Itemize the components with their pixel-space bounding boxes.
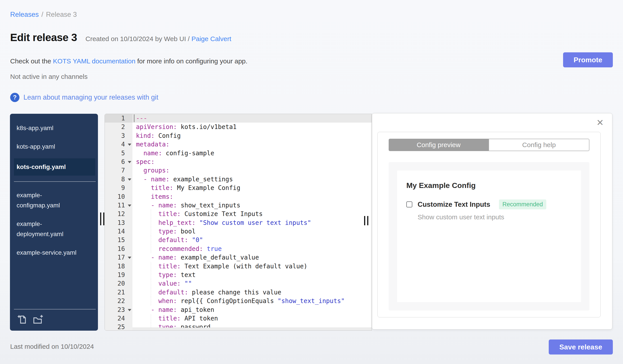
sidebar-item-k8s-app.yaml[interactable]: k8s-app.yaml	[14, 121, 80, 135]
tab-config-help[interactable]: Config help	[489, 139, 589, 151]
editor-line-2[interactable]: 2apiVersion: kots.io/v1beta1	[105, 122, 372, 131]
code-text[interactable]: title: Text Example (with default value)	[133, 262, 372, 271]
customize-text-inputs-checkbox[interactable]	[406, 202, 412, 207]
text-cursor	[134, 114, 135, 122]
line-number: 25	[105, 323, 133, 331]
promote-button[interactable]: Promote	[563, 52, 613, 67]
indent-guide	[151, 279, 151, 288]
code-text[interactable]: apiVersion: kots.io/v1beta1	[133, 122, 372, 131]
code-text[interactable]: type: bool	[133, 227, 372, 236]
config-preview-box: My Example Config Customize Text Inputs …	[389, 162, 589, 311]
code-text[interactable]: spec:	[133, 158, 372, 166]
line-number: 10	[105, 192, 133, 201]
yaml-editor[interactable]: 1---2apiVersion: kots.io/v1beta13kind: C…	[105, 114, 372, 331]
code-text[interactable]: recommended: true	[133, 244, 372, 253]
config-item-row: Customize Text Inputs Recommended	[406, 200, 572, 209]
add-folder-icon[interactable]	[33, 314, 44, 325]
code-text[interactable]: default: "0"	[133, 236, 372, 244]
code-text[interactable]: - name: example_default_value	[133, 253, 372, 262]
kots-yaml-docs-link[interactable]: KOTS YAML documentation	[53, 58, 135, 65]
editor-line-1[interactable]: 1---	[105, 114, 372, 122]
editor-line-13[interactable]: 13 help_text: "Show custom user text inp…	[105, 219, 372, 227]
author-link[interactable]: Paige Calvert	[191, 35, 231, 42]
editor-line-15[interactable]: 15 default: "0"	[105, 236, 372, 244]
horizontal-scrollbar[interactable]	[133, 327, 372, 330]
breadcrumb-releases-link[interactable]: Releases	[10, 11, 39, 18]
fold-arrow-icon[interactable]	[128, 309, 131, 311]
line-number: 20	[105, 279, 133, 288]
code-text[interactable]: ---	[133, 114, 372, 122]
editor-line-16[interactable]: 16 recommended: true	[105, 244, 372, 253]
add-file-icon[interactable]	[17, 314, 28, 325]
panel-resize-handle[interactable]	[364, 216, 368, 225]
editor-line-14[interactable]: 14 type: bool	[105, 227, 372, 236]
file-list: k8s-app.yamlkots-app.yamlkots-config.yam…	[10, 121, 98, 260]
line-number: 22	[105, 297, 133, 305]
editor-line-18[interactable]: 18 title: Text Example (with default val…	[105, 262, 372, 271]
line-number: 15	[105, 236, 133, 244]
fold-arrow-icon[interactable]	[128, 257, 131, 259]
editor-line-7[interactable]: 7 groups:	[105, 166, 372, 175]
file-sidebar: k8s-app.yamlkots-app.yamlkots-config.yam…	[10, 114, 98, 331]
editor-line-4[interactable]: 4metadata:	[105, 140, 372, 149]
line-number: 9	[105, 183, 133, 192]
sidebar-item-kots-config.yaml[interactable]: kots-config.yaml	[14, 158, 95, 176]
save-release-button[interactable]: Save release	[549, 340, 613, 355]
editor-line-3[interactable]: 3kind: Config	[105, 131, 372, 140]
editor-line-5[interactable]: 5 name: config-sample	[105, 149, 372, 158]
sidebar-item-kots-app.yaml[interactable]: kots-app.yaml	[14, 140, 80, 154]
indent-guide	[151, 227, 151, 236]
tab-config-preview[interactable]: Config preview	[389, 139, 489, 151]
editor-line-17[interactable]: 17 - name: example_default_value	[105, 253, 372, 262]
fold-arrow-icon[interactable]	[128, 143, 131, 146]
editor-line-11[interactable]: 11 - name: show_text_inputs	[105, 201, 372, 210]
editor-line-12[interactable]: 12 title: Customize Text Inputs	[105, 210, 372, 218]
code-text[interactable]: metadata:	[133, 140, 372, 149]
code-text[interactable]: items:	[133, 192, 372, 201]
fold-arrow-icon[interactable]	[128, 204, 131, 207]
indent-guide	[151, 210, 151, 218]
editor-line-8[interactable]: 8 - name: example_settings	[105, 175, 372, 183]
code-text[interactable]: groups:	[133, 166, 372, 175]
line-number: 4	[105, 140, 133, 149]
editor-line-9[interactable]: 9 title: My Example Config	[105, 183, 372, 192]
git-help-link[interactable]: ? Learn about managing your releases wit…	[10, 93, 158, 102]
line-number: 7	[105, 166, 133, 175]
editor-line-23[interactable]: 23 - name: api_token	[105, 305, 372, 314]
sidebar-item-example-configmap.yaml[interactable]: example-configmap.yaml	[14, 188, 80, 212]
editor-line-10[interactable]: 10 items:	[105, 192, 372, 201]
config-item-help: Show custom user text inputs	[418, 213, 572, 221]
code-text[interactable]: - name: example_settings	[133, 175, 372, 183]
sidebar-item-example-service.yaml[interactable]: example-service.yaml	[14, 246, 80, 260]
fold-arrow-icon[interactable]	[128, 179, 131, 181]
code-text[interactable]: - name: show_text_inputs	[133, 201, 372, 210]
code-text[interactable]: title: API token	[133, 314, 372, 323]
fold-arrow-icon[interactable]	[128, 161, 131, 163]
code-text[interactable]: title: My Example Config	[133, 183, 372, 192]
sidebar-item-example-deployment.yaml[interactable]: example-deployment.yaml	[14, 217, 80, 241]
line-number: 2	[105, 122, 133, 131]
created-text: Created on 10/10/2024 by Web UI /	[86, 35, 190, 42]
config-preview-panel: ✕ Config previewConfig help My Example C…	[372, 113, 612, 329]
code-text[interactable]: when: repl{{ ConfigOptionEquals "show_te…	[133, 297, 372, 305]
code-text[interactable]: default: please change this value	[133, 288, 372, 297]
code-text[interactable]: - name: api_token	[133, 305, 372, 314]
editor-line-20[interactable]: 20 value: ""	[105, 279, 372, 288]
line-number: 5	[105, 149, 133, 158]
close-icon[interactable]: ✕	[596, 118, 604, 127]
editor-line-24[interactable]: 24 title: API token	[105, 314, 372, 323]
code-text[interactable]: help_text: "Show custom user text inputs…	[133, 219, 372, 227]
editor-line-19[interactable]: 19 type: text	[105, 271, 372, 279]
code-text[interactable]: type: text	[133, 271, 372, 279]
code-text[interactable]: title: Customize Text Inputs	[133, 210, 372, 218]
sidebar-resize-handle[interactable]	[100, 212, 104, 225]
docs-line: Check out the KOTS YAML documentation fo…	[10, 58, 247, 65]
code-text[interactable]: value: ""	[133, 279, 372, 288]
code-text[interactable]: name: config-sample	[133, 149, 372, 158]
docs-before: Check out the	[10, 58, 53, 65]
editor-line-22[interactable]: 22 when: repl{{ ConfigOptionEquals "show…	[105, 297, 372, 305]
editor-line-6[interactable]: 6spec:	[105, 158, 372, 166]
channel-status: Not active in any channels	[10, 73, 88, 81]
editor-line-21[interactable]: 21 default: please change this value	[105, 288, 372, 297]
code-text[interactable]: kind: Config	[133, 131, 372, 140]
